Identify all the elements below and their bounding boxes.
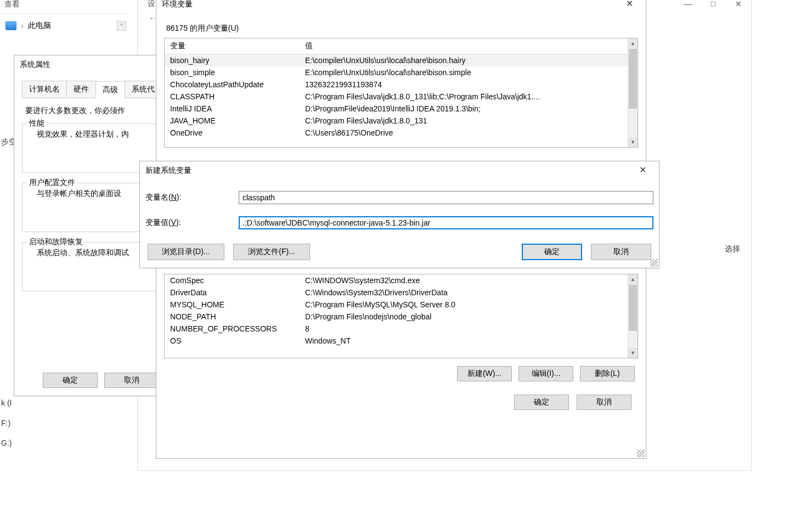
table-row[interactable]: DriverDataC:\Windows\System32\Drivers\Dr…	[165, 286, 628, 299]
user-vars-label: 86175 的用户变量(U)	[164, 18, 638, 38]
resize-grip-icon[interactable]	[637, 449, 645, 457]
maximize-icon[interactable]: □	[701, 0, 726, 12]
tab-advanced[interactable]: 高级	[95, 81, 125, 98]
scroll-down-icon[interactable]: ▼	[628, 137, 638, 147]
env-ok-button[interactable]: 确定	[514, 395, 569, 410]
var-name-cell: bison_simple	[165, 66, 300, 78]
var-value-cell: C:\Windows\System32\Drivers\DriverData	[300, 286, 628, 299]
var-name-cell: IntelliJ IDEA	[165, 103, 300, 115]
env-dialog-title: 环境变量	[162, 0, 193, 13]
settings-window-title: 设	[138, 0, 155, 9]
close-icon[interactable]: ✕	[631, 162, 653, 178]
table-row[interactable]: bison_simpleE:\compiler\UnxUtils\usr\loc…	[165, 66, 628, 78]
scroll-down-icon[interactable]: ▼	[628, 348, 638, 358]
sysvars-edit-button[interactable]: 编辑(I)...	[518, 366, 573, 381]
tab-hardware[interactable]: 硬件	[66, 81, 96, 98]
left-edge-fragments: 步空 k (I F:) G:)	[0, 132, 14, 453]
col-variable[interactable]: 变量	[165, 38, 300, 54]
var-value-cell: Windows_NT	[300, 335, 628, 347]
chevron-right-icon: ›	[21, 21, 24, 30]
table-row[interactable]: MYSQL_HOMEC:\Program Files\MySQL\MySQL S…	[165, 299, 628, 311]
new-var-cancel-button[interactable]: 取消	[591, 244, 651, 260]
var-name-cell: NODE_PATH	[165, 311, 300, 323]
var-name-cell: OS	[165, 335, 300, 347]
sysprops-ok-button[interactable]: 确定	[43, 373, 98, 388]
this-pc-icon	[5, 21, 16, 30]
var-name-cell: JAVA_HOME	[165, 115, 300, 127]
scrollbar[interactable]: ▲ ▼	[628, 38, 638, 147]
var-value-cell: D:\ProgramFile\idea2019\IntelliJ IDEA 20…	[300, 103, 628, 115]
tab-computer-name[interactable]: 计算机名	[22, 81, 67, 98]
scroll-up-icon[interactable]: ▲	[628, 38, 638, 48]
system-properties-title: 系统属性	[20, 55, 50, 73]
scroll-up-icon[interactable]: ▲	[628, 274, 638, 284]
sysvars-delete-button[interactable]: 删除(L)	[580, 366, 635, 381]
new-var-ok-button[interactable]: 确定	[522, 244, 582, 260]
variable-value-input[interactable]	[239, 216, 653, 229]
system-vars-table[interactable]: ComSpecC:\WINDOWS\system32\cmd.exeDriver…	[165, 274, 628, 347]
close-icon[interactable]: ✕	[618, 0, 640, 12]
browse-directory-button[interactable]: 浏览目录(D)...	[148, 244, 224, 260]
performance-group-title: 性能	[27, 119, 47, 128]
table-row[interactable]: IntelliJ IDEAD:\ProgramFile\idea2019\Int…	[165, 103, 628, 115]
table-row[interactable]: NODE_PATHD:\Program Files\nodejs\node_gl…	[165, 311, 628, 323]
table-row[interactable]: ComSpecC:\WINDOWS\system32\cmd.exe	[165, 274, 628, 286]
scroll-up-icon[interactable]: ˄	[117, 21, 126, 31]
var-value-cell: C:\Program Files\MySQL\MySQL Server 8.0	[300, 299, 628, 311]
var-name-cell: OneDrive	[165, 127, 300, 139]
table-row[interactable]: OSWindows_NT	[165, 335, 628, 347]
scroll-thumb[interactable]	[629, 285, 637, 331]
var-value-cell: C:\Program Files\Java\jdk1.8.0_131	[300, 115, 628, 127]
variable-name-input[interactable]	[239, 191, 653, 204]
close-icon[interactable]: ✕	[726, 0, 751, 12]
var-name-cell: CLASSPATH	[165, 91, 300, 103]
var-value-cell: E:\compiler\UnxUtils\usr\local\share\bis…	[300, 54, 628, 67]
scrollbar[interactable]: ▲ ▼	[628, 274, 638, 358]
table-row[interactable]: NUMBER_OF_PROCESSORS8	[165, 323, 628, 335]
user-profile-group-title: 用户配置文件	[27, 178, 77, 188]
table-row[interactable]: bison_hairyE:\compiler\UnxUtils\usr\loca…	[165, 54, 628, 67]
sysprops-cancel-button[interactable]: 取消	[104, 373, 159, 388]
breadcrumb-this-pc[interactable]: 此电脑	[28, 21, 51, 31]
var-name-cell: DriverData	[165, 286, 300, 299]
var-value-cell: 132632219931193874	[300, 78, 628, 91]
env-cancel-button[interactable]: 取消	[577, 395, 631, 410]
table-row[interactable]: JAVA_HOMEC:\Program Files\Java\jdk1.8.0_…	[165, 115, 628, 127]
startup-group-title: 启动和故障恢复	[27, 237, 85, 247]
sysvars-new-button[interactable]: 新建(W)...	[457, 366, 512, 381]
variable-value-label: 变量值(V):	[145, 218, 239, 228]
var-name-cell: bison_hairy	[165, 54, 300, 67]
new-var-dialog-title: 新建系统变量	[145, 161, 191, 179]
explorer-toolbar-view[interactable]: 查看	[0, 0, 126, 14]
col-value[interactable]: 值	[300, 38, 628, 54]
var-name-cell: MYSQL_HOME	[165, 299, 300, 311]
var-value-cell: C:\WINDOWS\system32\cmd.exe	[300, 274, 628, 286]
var-value-cell: C:\Program Files\Java\jdk1.8.0_131\lib;C…	[300, 91, 628, 103]
var-name-cell: NUMBER_OF_PROCESSORS	[165, 323, 300, 335]
table-row[interactable]: OneDriveC:\Users\86175\OneDrive	[165, 127, 628, 139]
table-row[interactable]: ChocolateyLastPathUpdate1326322199311938…	[165, 78, 628, 91]
new-system-variable-dialog: 新建系统变量 ✕ 变量名(N): 变量值(V): 浏览目录(D)... 浏览文件…	[139, 161, 659, 268]
user-vars-table[interactable]: 变量 值 bison_hairyE:\compiler\UnxUtils\usr…	[165, 38, 628, 139]
var-value-cell: E:\compiler\UnxUtils\usr\local\share\bis…	[300, 66, 628, 78]
table-row[interactable]: CLASSPATHC:\Program Files\Java\jdk1.8.0_…	[165, 91, 628, 103]
var-value-cell: 8	[300, 323, 628, 335]
var-value-cell: C:\Users\86175\OneDrive	[300, 127, 628, 139]
browse-file-button[interactable]: 浏览文件(F)...	[233, 244, 310, 260]
scroll-thumb[interactable]	[629, 49, 637, 109]
settings-pick-label: 选择	[725, 244, 740, 254]
minimize-icon[interactable]: —	[675, 0, 701, 12]
variable-name-label: 变量名(N):	[145, 193, 239, 203]
var-value-cell: D:\Program Files\nodejs\node_global	[300, 311, 628, 323]
resize-grip-icon[interactable]	[650, 259, 658, 267]
var-name-cell: ChocolateyLastPathUpdate	[165, 78, 300, 91]
var-name-cell: ComSpec	[165, 274, 300, 286]
